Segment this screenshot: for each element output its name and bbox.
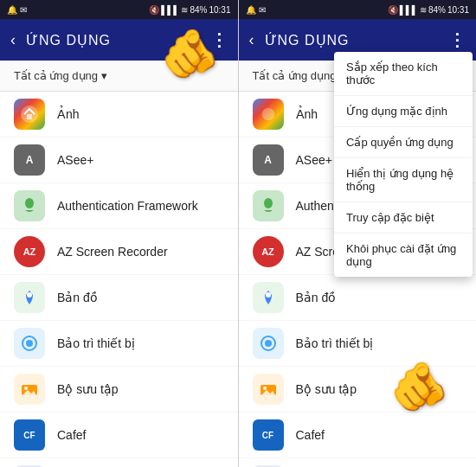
list-item[interactable]: Bảo trì thiết bị [239,321,477,367]
status-left-icons-right: 🔔 ✉ [246,5,266,15]
list-item[interactable]: Cài đặt [0,458,238,467]
svg-point-7 [24,387,28,390]
signal-icon-right: ▌▌▌ [400,5,418,15]
app-icon-collection-r [253,374,284,405]
app-name-auth: Authentication Framework [57,199,198,213]
status-bar-right: 🔔 ✉ 🔇 ▌▌▌ ≋ 84% 10:31 [239,0,477,19]
list-item[interactable]: A ASee+ [0,138,238,183]
app-name-asee-r: ASee+ [296,153,332,167]
app-name-photos-r: Ảnh [296,107,318,121]
wifi-icon-right: ≋ [420,5,427,15]
app-name-cafef: Cafef [57,428,86,442]
right-screen: 🔔 ✉ 🔇 ▌▌▌ ≋ 84% 10:31 ‹ ỨNG DỤNG ⋮ Tất c… [239,0,477,467]
app-name-maps-r: Bản đồ [296,291,337,304]
dropdown-item-sort[interactable]: Sắp xếp theo kích thước [334,52,473,96]
app-name-asee: ASee+ [57,153,93,167]
signal-icon: ▌▌▌ [161,5,179,15]
list-item[interactable]: Bản đồ [239,275,477,321]
svg-point-3 [27,292,32,297]
more-button-left[interactable]: ⋮ [210,29,228,50]
list-item[interactable]: Bản đồ [0,275,238,321]
list-item[interactable]: CF Cafef [0,413,238,458]
time-label-right: 10:31 [447,5,469,15]
app-icon-auth [14,190,45,221]
svg-rect-1 [27,114,32,119]
list-item[interactable]: Ảnh [0,92,238,138]
app-icon-maps [14,282,45,313]
svg-point-9 [261,108,274,121]
app-name-maintenance: Bảo trì thiết bị [57,336,135,350]
list-item[interactable]: Bộ sưu tập [0,367,238,413]
app-icon-asee-r: A [253,144,284,176]
app-icon-maintenance-r [253,328,284,359]
app-name-az: AZ Screen Recorder [57,245,168,259]
status-left-icons: 🔔 ✉ [7,5,27,15]
app-list-left: Ảnh A ASee+ Authentication Framework AZ … [0,92,238,467]
app-icon-maintenance [14,328,45,359]
status-right-info-right: 🔇 ▌▌▌ ≋ 84% 10:31 [388,5,469,15]
app-icon-auth-r [253,190,284,221]
header-title-right: ỨNG DỤNG [265,32,439,48]
back-button-left[interactable]: ‹ [10,31,16,49]
dropdown-menu: Sắp xếp theo kích thước Ứng dụng mặc địn… [334,52,473,277]
app-icon-collection [14,374,45,405]
app-icon-maps-r [253,282,284,313]
status-right-info: 🔇 ▌▌▌ ≋ 84% 10:31 [149,5,230,15]
app-name-maintenance-r: Bảo trì thiết bị [296,336,374,350]
notification-icon-right: 🔔 [246,5,256,15]
list-item[interactable]: AZ AZ Screen Recorder [0,229,238,275]
message-icon: ✉ [20,5,27,15]
app-name-maps: Bản đồ [57,291,98,304]
dropdown-item-system[interactable]: Hiển thị ứng dụng hệ thống [334,158,473,202]
app-name-cafef-r: Cafef [296,428,325,442]
list-item[interactable]: Cài đặt [239,458,477,467]
app-name-collection: Bộ sưu tập [57,382,119,396]
svg-point-5 [26,340,33,347]
svg-point-10 [264,198,273,208]
app-icon-asee: A [14,144,45,176]
message-icon-right: ✉ [259,5,266,15]
app-icon-photos-r [253,99,284,130]
app-icon-az: AZ [14,236,45,267]
time-label-left: 10:31 [209,5,230,15]
dropdown-item-default[interactable]: Ứng dụng mặc định [334,96,473,127]
more-button-right[interactable]: ⋮ [448,29,466,50]
header-title-left: ỨNG DỤNG [26,32,200,48]
back-button-right[interactable]: ‹ [249,31,254,49]
list-item[interactable]: CF Cafef [239,413,477,458]
battery-label-left: 84% [190,5,207,15]
list-item[interactable]: Bảo trì thiết bị [0,321,238,367]
dropdown-item-permissions[interactable]: Cấp quyền ứng dụng [334,127,473,158]
filter-label-right[interactable]: Tất cả ứng dụng ▾ [253,69,346,82]
app-icon-cafef-r: CF [253,419,284,451]
filter-bar-left[interactable]: Tất cả ứng dụng ▾ [0,61,238,92]
volume-icon: 🔇 [149,5,159,15]
svg-point-2 [25,198,34,208]
app-name-photos: Ảnh [57,107,80,121]
filter-label-left[interactable]: Tất cả ứng dụng ▾ [14,69,107,82]
header-left: ‹ ỨNG DỤNG ⋮ [0,19,238,61]
notification-icon: 🔔 [7,5,17,15]
battery-label-right: 84% [428,5,446,15]
list-item[interactable]: Bộ sưu tập [239,367,477,413]
svg-point-13 [265,340,272,347]
wifi-icon: ≋ [181,5,188,15]
app-icon-az-r: AZ [253,236,284,267]
volume-icon-right: 🔇 [388,5,398,15]
app-icon-photos [14,99,45,130]
app-icon-cafef: CF [14,419,45,451]
dropdown-item-restore[interactable]: Khôi phục cài đặt ứng dụng [334,234,473,277]
app-name-collection-r: Bộ sưu tập [296,382,357,396]
svg-point-11 [266,292,271,297]
list-item[interactable]: Authentication Framework [0,183,238,229]
svg-point-15 [263,387,267,390]
left-screen: 🔔 ✉ 🔇 ▌▌▌ ≋ 84% 10:31 ‹ ỨNG DỤNG ⋮ Tất c… [0,0,238,467]
dropdown-item-special[interactable]: Truy cập đặc biệt [334,202,473,234]
status-bar-left: 🔔 ✉ 🔇 ▌▌▌ ≋ 84% 10:31 [0,0,238,19]
